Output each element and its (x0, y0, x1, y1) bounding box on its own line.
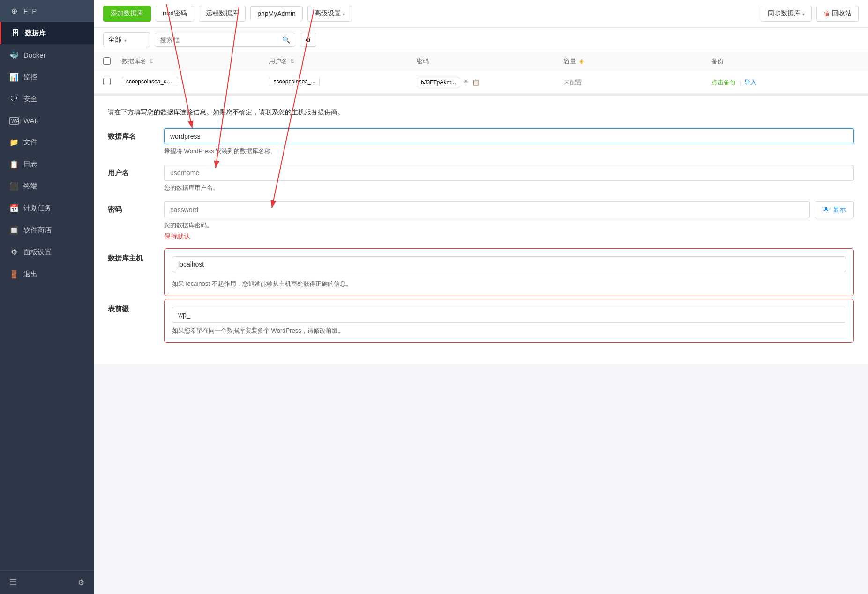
sidebar-label-logs: 日志 (23, 160, 37, 169)
sidebar-item-monitor[interactable]: 📊 监控 (0, 66, 94, 88)
sidebar-item-security[interactable]: 🛡 安全 (0, 88, 94, 110)
filter-bar: 全部 🔍 ⚙ (94, 28, 868, 52)
dbname-box: scoopcoinsea_com (122, 77, 178, 86)
sidebar-item-database[interactable]: 🗄 数据库 (0, 22, 94, 44)
toolbar: 添加数据库 root密码 远程数据库 phpMyAdmin 高级设置 同步数据库… (94, 0, 868, 28)
store-icon: 🔲 (9, 226, 19, 235)
main-content: 添加数据库 root密码 远程数据库 phpMyAdmin 高级设置 同步数据库… (94, 0, 868, 594)
form-label-password: 密码 (108, 201, 155, 214)
chevron-down-icon (343, 10, 345, 17)
form-label-dbname: 数据库名 (108, 128, 155, 141)
prefix-section: 如果您希望在同一个数据库安装多个 WordPress，请修改前缀。 (164, 299, 854, 343)
files-icon: 📁 (9, 138, 19, 147)
sidebar-bottom: ☰ ⚙ (0, 570, 94, 594)
database-table: 数据库名 ⇅ 用户名 ⇅ 密码 容量 ◈ 备份 sco (94, 52, 868, 94)
root-password-button[interactable]: root密码 (156, 6, 194, 22)
column-settings-icon: ⚙ (305, 36, 311, 44)
form-row-dbname: 数据库名 希望将 WordPress 安装到的数据库名称。 (108, 128, 854, 156)
form-row-prefix: 表前缀 如果您希望在同一个数据库安装多个 WordPress，请修改前缀。 (108, 301, 854, 343)
column-settings-button[interactable]: ⚙ (300, 33, 316, 47)
select-all-checkbox[interactable] (103, 57, 111, 65)
sync-chevron-icon (802, 10, 805, 17)
password-input[interactable] (164, 201, 810, 218)
host-section: 如果 localhost 不起作用，您通常能够从主机商处获得正确的信息。 (164, 248, 854, 296)
recycle-bin-button[interactable]: 🗑 回收站 (816, 6, 859, 22)
prefix-input[interactable] (172, 307, 846, 323)
form-control-prefix: 如果您希望在同一个数据库安装多个 WordPress，请修改前缀。 (164, 301, 854, 343)
sidebar-label-panel: 面板设置 (23, 248, 52, 257)
form-label-prefix: 表前缀 (108, 301, 155, 313)
password-hide-icon[interactable]: 👁 (463, 79, 469, 86)
sidebar-label-store: 软件商店 (23, 226, 52, 235)
form-control-dbname: 希望将 WordPress 安装到的数据库名称。 (164, 128, 854, 156)
sidebar-item-store[interactable]: 🔲 软件商店 (0, 219, 94, 241)
copy-icon[interactable]: 📋 (472, 79, 479, 86)
username-hint: 您的数据库用户名。 (164, 184, 854, 192)
header-backup: 备份 (711, 57, 859, 66)
show-password-button[interactable]: 👁 显示 (815, 201, 854, 218)
remote-database-button[interactable]: 远程数据库 (199, 6, 246, 22)
waf-icon: WAF (9, 117, 19, 125)
sidebar-label-waf: WAF (23, 117, 39, 125)
password-hint: 您的数据库密码。 (164, 221, 854, 230)
sort-dbname-icon[interactable]: ⇅ (149, 59, 153, 64)
phpmyadmin-button[interactable]: phpMyAdmin (250, 6, 303, 21)
sidebar-item-terminal[interactable]: ⬛ 终端 (0, 175, 94, 197)
password-input-wrap: 👁 显示 (164, 201, 854, 218)
table-header: 数据库名 ⇅ 用户名 ⇅ 密码 容量 ◈ 备份 (94, 52, 868, 71)
sidebar-label-monitor: 监控 (23, 73, 37, 82)
row-capacity-cell: 未配置 (564, 78, 711, 87)
advanced-settings-button[interactable]: 高级设置 (307, 6, 352, 22)
username-input[interactable] (164, 165, 854, 181)
sidebar-item-ftp[interactable]: ⊕ FTP (0, 0, 94, 22)
row-username-cell: scoopcoinsea_... (269, 77, 416, 88)
dbname-input[interactable] (164, 128, 854, 144)
dbname-hint: 希望将 WordPress 安装到的数据库名称。 (164, 147, 854, 156)
username-box: scoopcoinsea_... (269, 77, 320, 86)
row-checkbox[interactable] (103, 78, 111, 85)
form-row-password: 密码 👁 显示 您的数据库密码。 保持默认 (108, 201, 854, 241)
row-password-cell: bJ3FTpAknt... 👁 📋 (417, 78, 564, 87)
logs-icon: 📋 (9, 160, 19, 169)
sidebar-item-logs[interactable]: 📋 日志 (0, 153, 94, 175)
search-box: 🔍 (155, 33, 295, 47)
sidebar-label-exit: 退出 (23, 270, 37, 279)
wordpress-form: 请在下方填写您的数据库连接信息。如果您不确定，请联系您的主机服务提供商。 数据库… (94, 94, 868, 364)
add-database-button[interactable]: 添加数据库 (103, 6, 151, 22)
show-label: 显示 (833, 206, 846, 214)
sidebar-item-waf[interactable]: WAF WAF (0, 110, 94, 131)
sidebar-label-database: 数据库 (25, 29, 46, 37)
form-control-password: 👁 显示 您的数据库密码。 保持默认 (164, 201, 854, 241)
terminal-icon: ⬛ (9, 182, 19, 191)
import-link[interactable]: 导入 (744, 79, 756, 86)
recycle-icon: 🗑 (823, 10, 830, 17)
search-input[interactable] (160, 36, 279, 44)
recycle-label: 回收站 (832, 9, 852, 18)
docker-icon: 🐳 (9, 51, 19, 59)
eye-icon: 👁 (823, 206, 830, 214)
sidebar-label-terminal: 终端 (23, 182, 37, 191)
sidebar-settings-icon[interactable]: ⚙ (78, 578, 84, 587)
form-label-username: 用户名 (108, 165, 155, 178)
sync-database-button[interactable]: 同步数据库 (761, 6, 812, 22)
header-password: 密码 (417, 57, 564, 66)
sidebar-label-ftp: FTP (23, 7, 37, 15)
form-row-username: 用户名 您的数据库用户名。 (108, 165, 854, 192)
sidebar-item-docker[interactable]: 🐳 Docker (0, 44, 94, 66)
sidebar-item-cron[interactable]: 📅 计划任务 (0, 197, 94, 219)
security-icon: 🛡 (9, 95, 19, 104)
prefix-hint: 如果您希望在同一个数据库安装多个 WordPress，请修改前缀。 (172, 327, 846, 335)
sidebar-menu-icon[interactable]: ☰ (9, 577, 17, 587)
sidebar: ⊕ FTP 🗄 数据库 🐳 Docker 📊 监控 🛡 安全 WAF WAF 📁… (0, 0, 94, 594)
sidebar-item-panel[interactable]: ⚙ 面板设置 (0, 241, 94, 263)
password-box: bJ3FTpAknt... (417, 78, 460, 87)
backup-link[interactable]: 点击备份 (711, 79, 736, 86)
search-icon: 🔍 (282, 36, 290, 44)
sidebar-item-files[interactable]: 📁 文件 (0, 131, 94, 153)
header-dbname: 数据库名 ⇅ (122, 57, 269, 66)
dbhost-input[interactable] (172, 256, 846, 272)
category-select[interactable]: 全部 (103, 32, 150, 47)
ftp-icon: ⊕ (9, 7, 19, 15)
sidebar-item-exit[interactable]: 🚪 退出 (0, 263, 94, 285)
sort-username-icon[interactable]: ⇅ (290, 59, 294, 64)
